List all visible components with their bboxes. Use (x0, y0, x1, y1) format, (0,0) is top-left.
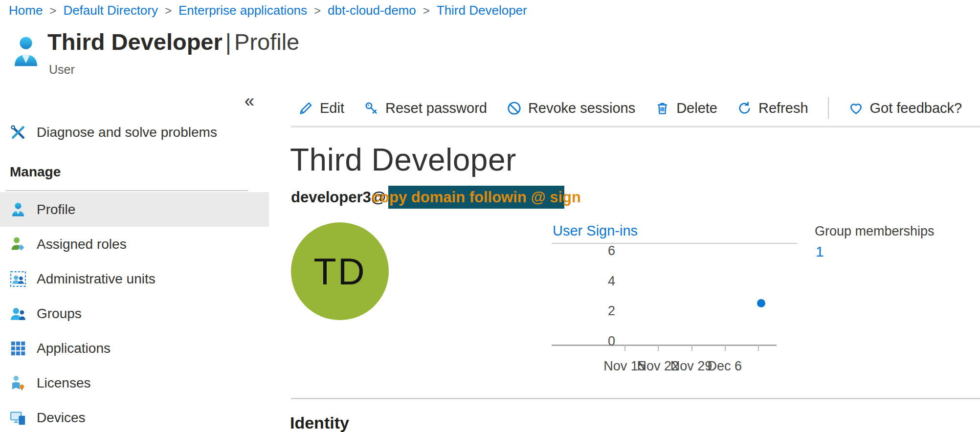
identity-section-heading: Identity (290, 413, 349, 432)
got-feedback-button[interactable]: Got feedback? (848, 100, 962, 116)
chart-y-tick-label: 0 (552, 334, 615, 348)
sidebar-item-label: Applications (37, 341, 111, 356)
delete-button[interactable]: Delete (655, 100, 717, 116)
devices-icon (10, 410, 26, 426)
user-signins-chart: User Sign-ins 6420Nov 15Nov 22Nov 29Dec … (552, 223, 799, 384)
chart-y-tick-label: 4 (552, 274, 615, 288)
group-memberships-label: Group memberships (815, 224, 935, 239)
button-label: Revoke sessions (528, 100, 635, 116)
sidebar-divider (6, 190, 248, 191)
sidebar-item-applications[interactable]: Applications (0, 331, 269, 366)
user-signins-chart-title[interactable]: User Sign-ins (553, 223, 638, 239)
edit-button[interactable]: Edit (298, 100, 344, 116)
breadcrumb-third-developer[interactable]: Third Developer (437, 3, 527, 18)
sidebar-collapse-icon[interactable]: « (245, 91, 254, 111)
revoke-sessions-button[interactable]: Revoke sessions (507, 100, 635, 116)
toolbar-separator (828, 97, 829, 119)
sidebar-item-assigned-roles[interactable]: Assigned roles (0, 227, 269, 261)
chart-x-tick (758, 345, 759, 351)
refresh-icon (737, 101, 752, 116)
breadcrumb: Home > Default Directory > Enterprise ap… (9, 3, 527, 18)
chart-x-tick (658, 345, 659, 351)
licenses-icon (10, 375, 26, 391)
breadcrumb-home[interactable]: Home (9, 3, 43, 18)
block-icon (507, 101, 522, 116)
chart-x-tick (691, 345, 692, 351)
upn-domain-redaction-overlay: copy domain followin @ sign (388, 186, 564, 209)
page-title-section: Profile (234, 29, 299, 55)
user-header-icon (12, 34, 40, 68)
breadcrumb-dbt-cloud-demo[interactable]: dbt-cloud-demo (328, 3, 416, 18)
command-bar: Edit Reset password Revoke sessions De (298, 96, 962, 120)
command-bar-divider (291, 126, 980, 128)
sidebar-item-label: Devices (37, 410, 86, 426)
section-divider (291, 398, 980, 399)
heart-icon (848, 101, 864, 116)
chart-x-tick (725, 345, 726, 351)
sidebar-item-label: Assigned roles (37, 237, 127, 252)
sidebar-item-licenses[interactable]: Licenses (0, 366, 269, 400)
sidebar-item-administrative-units[interactable]: Administrative units (0, 261, 269, 296)
chart-x-tick (624, 345, 625, 351)
button-label: Delete (676, 100, 717, 116)
breadcrumb-separator: > (423, 4, 430, 18)
page-title: Third Developer|Profile (47, 28, 299, 55)
administrative-units-icon (10, 271, 26, 287)
breadcrumb-separator: > (49, 4, 56, 18)
breadcrumb-enterprise-applications[interactable]: Enterprise applications (178, 3, 307, 18)
page-title-name: Third Developer (47, 29, 223, 55)
sidebar-item-label: Diagnose and solve problems (37, 125, 217, 140)
azure-user-profile-page: Home > Default Directory > Enterprise ap… (0, 0, 980, 432)
sidebar-item-label: Groups (37, 306, 82, 322)
sidebar-item-label: Profile (37, 202, 75, 217)
chart-x-tick-label: Dec 6 (693, 359, 757, 374)
chart-y-tick-label: 6 (552, 243, 615, 258)
breadcrumb-separator: > (165, 4, 172, 18)
button-label: Reset password (385, 100, 487, 116)
sidebar-item-label: Licenses (37, 375, 91, 391)
chart-data-point (757, 299, 765, 307)
button-label: Refresh (758, 100, 808, 116)
group-memberships-count-link[interactable]: 1 (816, 243, 824, 260)
page-title-separator: | (223, 29, 234, 55)
diagnose-tools-icon (10, 124, 26, 141)
button-label: Got feedback? (870, 100, 962, 116)
trash-icon (655, 101, 670, 116)
sidebar-item-groups[interactable]: Groups (0, 296, 269, 331)
button-label: Edit (320, 100, 344, 116)
breadcrumb-default-directory[interactable]: Default Directory (63, 3, 158, 18)
assigned-roles-icon (10, 236, 26, 253)
sidebar-item-label: Administrative units (37, 271, 156, 287)
sidebar-item-devices[interactable]: Devices (0, 400, 269, 432)
applications-grid-icon (10, 340, 26, 357)
sidebar-item-diagnose[interactable]: Diagnose and solve problems (0, 115, 269, 150)
refresh-button[interactable]: Refresh (737, 100, 808, 116)
edit-pencil-icon (298, 101, 313, 116)
page-subtitle: User (49, 63, 75, 77)
sidebar-item-profile[interactable]: Profile (0, 192, 269, 227)
user-principal-name: developer3@ copy domain followin @ sign (291, 186, 564, 209)
user-display-name: Third Developer (290, 142, 516, 178)
key-icon (364, 101, 379, 116)
avatar: TD (291, 222, 389, 320)
sidebar-section-manage: Manage (10, 164, 61, 180)
profile-person-icon (10, 201, 26, 218)
chart-y-tick-label: 2 (552, 303, 615, 318)
reset-password-button[interactable]: Reset password (364, 100, 487, 116)
breadcrumb-separator: > (314, 4, 321, 18)
groups-icon (10, 305, 26, 322)
